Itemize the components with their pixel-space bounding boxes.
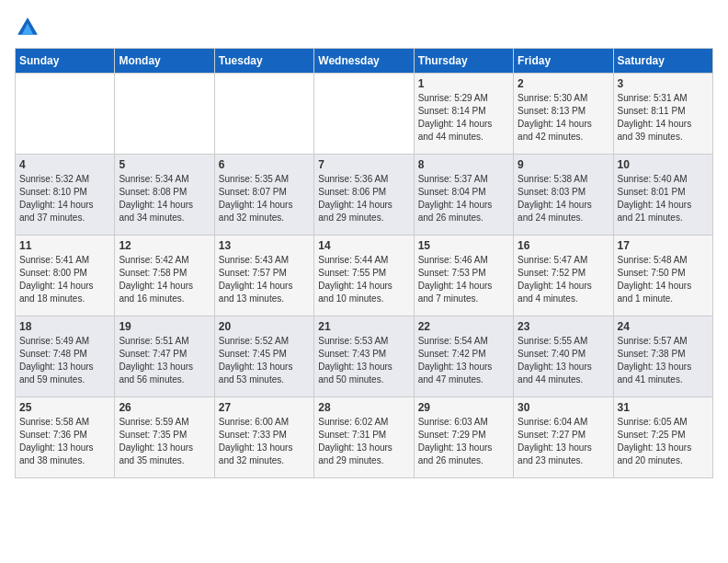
header-saturday: Saturday (613, 49, 712, 74)
calendar-week-row: 4Sunrise: 5:32 AM Sunset: 8:10 PM Daylig… (16, 155, 713, 236)
calendar-table: SundayMondayTuesdayWednesdayThursdayFrid… (15, 48, 713, 478)
header-wednesday: Wednesday (314, 49, 414, 74)
day-number: 6 (219, 158, 310, 171)
cell-content: Sunrise: 6:04 AM Sunset: 7:27 PM Dayligh… (518, 416, 609, 467)
logo-icon (15, 15, 40, 40)
cell-content: Sunrise: 5:44 AM Sunset: 7:55 PM Dayligh… (318, 254, 409, 305)
calendar-week-row: 25Sunrise: 5:58 AM Sunset: 7:36 PM Dayli… (16, 397, 713, 478)
calendar-cell: 12Sunrise: 5:42 AM Sunset: 7:58 PM Dayli… (115, 236, 214, 316)
cell-content: Sunrise: 5:55 AM Sunset: 7:40 PM Dayligh… (518, 335, 609, 386)
calendar-cell: 11Sunrise: 5:41 AM Sunset: 8:00 PM Dayli… (16, 236, 115, 316)
calendar-cell: 3Sunrise: 5:31 AM Sunset: 8:11 PM Daylig… (613, 74, 712, 155)
calendar-cell: 24Sunrise: 5:57 AM Sunset: 7:38 PM Dayli… (613, 316, 712, 397)
calendar-cell: 20Sunrise: 5:52 AM Sunset: 7:45 PM Dayli… (214, 316, 313, 397)
calendar-cell: 6Sunrise: 5:35 AM Sunset: 8:07 PM Daylig… (214, 155, 313, 236)
cell-content: Sunrise: 5:38 AM Sunset: 8:03 PM Dayligh… (518, 173, 609, 224)
calendar-cell: 1Sunrise: 5:29 AM Sunset: 8:14 PM Daylig… (414, 74, 513, 155)
day-number: 22 (418, 320, 509, 333)
day-number: 23 (518, 320, 609, 333)
day-number: 1 (418, 77, 509, 90)
day-number: 14 (318, 239, 409, 252)
day-number: 8 (418, 158, 509, 171)
calendar-cell: 22Sunrise: 5:54 AM Sunset: 7:42 PM Dayli… (414, 316, 513, 397)
calendar-cell: 15Sunrise: 5:46 AM Sunset: 7:53 PM Dayli… (414, 236, 513, 316)
cell-content: Sunrise: 5:29 AM Sunset: 8:14 PM Dayligh… (418, 92, 509, 144)
day-number: 10 (618, 158, 709, 171)
calendar-cell: 31Sunrise: 6:05 AM Sunset: 7:25 PM Dayli… (613, 397, 712, 478)
calendar-cell: 7Sunrise: 5:36 AM Sunset: 8:06 PM Daylig… (314, 155, 414, 236)
cell-content: Sunrise: 5:53 AM Sunset: 7:43 PM Dayligh… (318, 335, 409, 386)
calendar-cell: 19Sunrise: 5:51 AM Sunset: 7:47 PM Dayli… (115, 316, 214, 397)
cell-content: Sunrise: 5:46 AM Sunset: 7:53 PM Dayligh… (418, 254, 509, 305)
calendar-week-row: 11Sunrise: 5:41 AM Sunset: 8:00 PM Dayli… (16, 236, 713, 316)
calendar-header-row: SundayMondayTuesdayWednesdayThursdayFrid… (16, 49, 713, 74)
calendar-cell: 30Sunrise: 6:04 AM Sunset: 7:27 PM Dayli… (514, 397, 613, 478)
calendar-cell: 25Sunrise: 5:58 AM Sunset: 7:36 PM Dayli… (16, 397, 115, 478)
day-number: 30 (518, 401, 609, 414)
calendar-cell: 28Sunrise: 6:02 AM Sunset: 7:31 PM Dayli… (314, 397, 414, 478)
day-number: 27 (219, 401, 310, 414)
cell-content: Sunrise: 5:40 AM Sunset: 8:01 PM Dayligh… (618, 173, 709, 224)
day-number: 9 (518, 158, 609, 171)
calendar-cell: 13Sunrise: 5:43 AM Sunset: 7:57 PM Dayli… (214, 236, 313, 316)
logo (15, 15, 44, 40)
calendar-cell (16, 74, 115, 155)
cell-content: Sunrise: 6:02 AM Sunset: 7:31 PM Dayligh… (318, 416, 409, 467)
calendar-cell: 2Sunrise: 5:30 AM Sunset: 8:13 PM Daylig… (514, 74, 613, 155)
day-number: 4 (19, 158, 110, 171)
header-monday: Monday (115, 49, 214, 74)
calendar-cell: 9Sunrise: 5:38 AM Sunset: 8:03 PM Daylig… (514, 155, 613, 236)
calendar-week-row: 18Sunrise: 5:49 AM Sunset: 7:48 PM Dayli… (16, 316, 713, 397)
day-number: 3 (618, 77, 709, 90)
calendar-cell: 26Sunrise: 5:59 AM Sunset: 7:35 PM Dayli… (115, 397, 214, 478)
day-number: 15 (418, 239, 509, 252)
day-number: 24 (618, 320, 709, 333)
cell-content: Sunrise: 5:31 AM Sunset: 8:11 PM Dayligh… (618, 92, 709, 144)
day-number: 2 (518, 77, 609, 90)
day-number: 31 (618, 401, 709, 414)
day-number: 29 (418, 401, 509, 414)
calendar-cell: 23Sunrise: 5:55 AM Sunset: 7:40 PM Dayli… (514, 316, 613, 397)
calendar-cell (314, 74, 414, 155)
cell-content: Sunrise: 5:32 AM Sunset: 8:10 PM Dayligh… (19, 173, 110, 224)
cell-content: Sunrise: 5:34 AM Sunset: 8:08 PM Dayligh… (119, 173, 210, 224)
cell-content: Sunrise: 5:30 AM Sunset: 8:13 PM Dayligh… (518, 92, 609, 144)
day-number: 11 (19, 239, 110, 252)
day-number: 18 (19, 320, 110, 333)
cell-content: Sunrise: 5:48 AM Sunset: 7:50 PM Dayligh… (618, 254, 709, 305)
day-number: 12 (119, 239, 210, 252)
calendar-cell: 27Sunrise: 6:00 AM Sunset: 7:33 PM Dayli… (214, 397, 313, 478)
day-number: 7 (318, 158, 409, 171)
cell-content: Sunrise: 6:03 AM Sunset: 7:29 PM Dayligh… (418, 416, 509, 467)
day-number: 17 (618, 239, 709, 252)
calendar-cell: 29Sunrise: 6:03 AM Sunset: 7:29 PM Dayli… (414, 397, 513, 478)
calendar-cell: 18Sunrise: 5:49 AM Sunset: 7:48 PM Dayli… (16, 316, 115, 397)
day-number: 20 (219, 320, 310, 333)
day-number: 26 (119, 401, 210, 414)
day-number: 25 (19, 401, 110, 414)
calendar-cell (115, 74, 214, 155)
calendar-cell (214, 74, 313, 155)
cell-content: Sunrise: 5:37 AM Sunset: 8:04 PM Dayligh… (418, 173, 509, 224)
calendar-cell: 14Sunrise: 5:44 AM Sunset: 7:55 PM Dayli… (314, 236, 414, 316)
cell-content: Sunrise: 5:58 AM Sunset: 7:36 PM Dayligh… (19, 416, 110, 467)
calendar-cell: 16Sunrise: 5:47 AM Sunset: 7:52 PM Dayli… (514, 236, 613, 316)
calendar-cell: 17Sunrise: 5:48 AM Sunset: 7:50 PM Dayli… (613, 236, 712, 316)
cell-content: Sunrise: 5:57 AM Sunset: 7:38 PM Dayligh… (618, 335, 709, 386)
calendar-week-row: 1Sunrise: 5:29 AM Sunset: 8:14 PM Daylig… (16, 74, 713, 155)
cell-content: Sunrise: 5:42 AM Sunset: 7:58 PM Dayligh… (119, 254, 210, 305)
cell-content: Sunrise: 5:41 AM Sunset: 8:00 PM Dayligh… (19, 254, 110, 305)
cell-content: Sunrise: 5:35 AM Sunset: 8:07 PM Dayligh… (219, 173, 310, 224)
day-number: 13 (219, 239, 310, 252)
header-sunday: Sunday (16, 49, 115, 74)
day-number: 5 (119, 158, 210, 171)
calendar-cell: 10Sunrise: 5:40 AM Sunset: 8:01 PM Dayli… (613, 155, 712, 236)
calendar-cell: 5Sunrise: 5:34 AM Sunset: 8:08 PM Daylig… (115, 155, 214, 236)
cell-content: Sunrise: 5:36 AM Sunset: 8:06 PM Dayligh… (318, 173, 409, 224)
cell-content: Sunrise: 5:47 AM Sunset: 7:52 PM Dayligh… (518, 254, 609, 305)
cell-content: Sunrise: 6:00 AM Sunset: 7:33 PM Dayligh… (219, 416, 310, 467)
header-friday: Friday (514, 49, 613, 74)
cell-content: Sunrise: 5:51 AM Sunset: 7:47 PM Dayligh… (119, 335, 210, 386)
day-number: 19 (119, 320, 210, 333)
calendar-cell: 21Sunrise: 5:53 AM Sunset: 7:43 PM Dayli… (314, 316, 414, 397)
